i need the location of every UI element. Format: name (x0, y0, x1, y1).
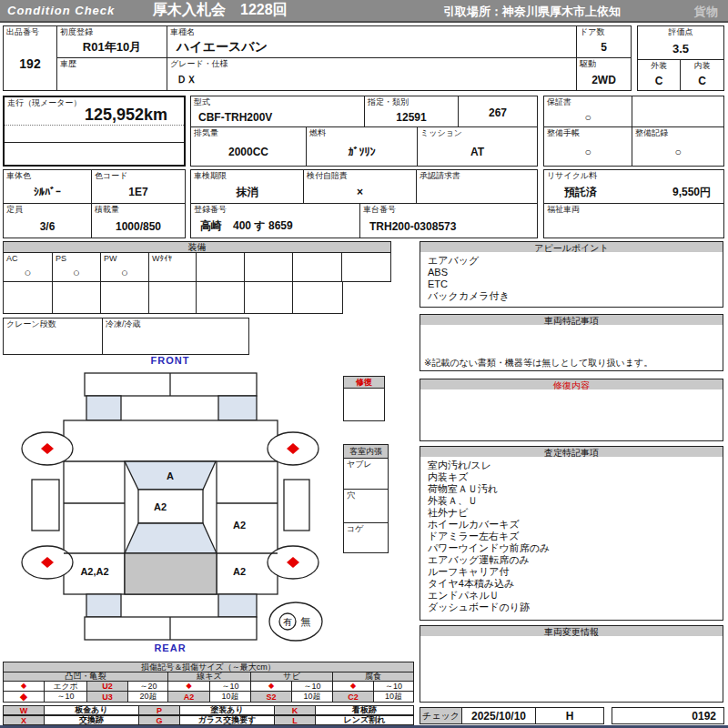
cabin-lining-tear-cell: ヤブレ (343, 458, 389, 490)
service-book-cell: 整備手帳 ○ (543, 126, 632, 167)
registration-number-value: 高崎 400 す 8659 (191, 215, 359, 238)
legend-corr-r2-size: 10超 (373, 691, 414, 703)
lot-number-label: 出品番号 (4, 26, 56, 37)
equipment-ps-label: PS (53, 253, 100, 264)
class-number2-cell: 267 (458, 96, 538, 127)
mileage-empty-row (5, 126, 184, 143)
equipment-wtire-value (149, 264, 196, 281)
service-record-value: ○ (632, 138, 723, 166)
header-bar: Condition Check 厚木入札会 1228回 引取場所：神奈川県厚木市… (0, 0, 728, 23)
repair-code-x: X (3, 715, 45, 725)
capacity-cell: 定員 3/6 (3, 203, 92, 238)
insurance-cell: 検付自賠責 × (303, 169, 417, 204)
model-code-label: 型式 (191, 96, 364, 107)
approval-label: 承認請求書 (417, 170, 537, 181)
class-number-label: 指定・類別 (365, 96, 458, 107)
legend-dent-r2-code: U3 (86, 691, 128, 703)
score-label: 評価点 (638, 26, 723, 37)
right-side-step (284, 480, 309, 531)
service-book-value: ○ (544, 138, 632, 166)
change-info-body (420, 636, 723, 703)
chassis-number-cell: 車台番号 TRH200-0308573 (359, 203, 538, 238)
rear-left-mark: A2,A2 (80, 566, 108, 577)
equipment-ps-value: ○ (53, 264, 100, 281)
equipment-cell-wtire: Wﾀｲﾔ (148, 252, 197, 282)
load-capacity-value: 1000/850 (92, 215, 185, 238)
front-right-pillar (218, 396, 257, 420)
transmission-cell: ミッション AT (417, 126, 538, 167)
model-label: 車種名 (167, 26, 576, 37)
cabin-lining-title: 客室内張 (343, 444, 389, 459)
recycle-fee-cell: リサイクル料 預託済 9,550円 (543, 169, 724, 204)
capacity-value: 3/6 (4, 215, 91, 238)
brand-logo: Condition Check (7, 4, 115, 17)
equipment-cell-empty (100, 281, 149, 314)
grade-cell: グレード・仕様 ＤＸ (167, 57, 577, 91)
cabin-lining-burn-cell: コゲ (343, 522, 389, 553)
repair-code-l-label: レンズ割れ (315, 715, 414, 725)
repair-code-k: K (274, 705, 316, 715)
transmission-value: AT (418, 138, 537, 166)
equipment-cell-empty (3, 281, 53, 314)
equipment-cell-empty (196, 252, 245, 282)
history-value (57, 69, 167, 90)
repair-content-body (420, 389, 723, 441)
recycle-fee-label: リサイクル料 (544, 170, 723, 181)
damage-diamond-icon: ◆ (350, 682, 356, 690)
cabin-lining-hole-label: 穴 (344, 490, 388, 500)
lot-number-value: 192 (4, 37, 56, 90)
equipment-cell-pw: PW ○ (100, 252, 149, 282)
approval-cell: 承認請求書 (416, 169, 538, 204)
damage-diamond-icon: ◆ (20, 692, 27, 702)
approval-value (417, 181, 537, 203)
fridge-label: 冷凍/冷蔵 (103, 318, 248, 329)
warranty-value: ○ (544, 107, 632, 126)
welfare-label: 福祉車両 (544, 204, 723, 215)
repair-code-k-label: 看板跡 (315, 705, 414, 715)
rear-right-mark: A2 (233, 566, 246, 577)
roof-panel (138, 490, 203, 523)
color-code-value: 1E7 (92, 181, 185, 203)
score-value: 3.5 (638, 37, 723, 59)
interior-grade-value: C (681, 71, 723, 90)
appeal-list: エアバッグ ABS ETC バックカメラ付き (420, 252, 723, 308)
interior-grade-label: 内装 (681, 60, 723, 71)
legend-scratch-r2-size: 10超 (209, 691, 251, 703)
roof-mark: A2 (154, 501, 167, 512)
damage-diamond-icon: ◆ (268, 682, 274, 690)
equipment-wtire-label: Wﾀｲﾔ (149, 253, 196, 264)
transmission-label: ミッション (418, 127, 537, 138)
first-registration-label: 初度登録 (57, 26, 167, 37)
equipment-cell-empty (148, 281, 197, 314)
rear-label: REAR (97, 642, 243, 653)
first-registration-cell: 初度登録 R01年10月 (56, 25, 167, 58)
registration-number-cell: 登録番号 高崎 400 す 8659 (190, 203, 360, 238)
repair-code-g: G (138, 715, 180, 725)
damage-diamond-icon: ◆ (186, 682, 191, 690)
check-inspector: H (535, 707, 604, 724)
displacement-value: 2000CC (191, 138, 306, 166)
displacement-label: 排気量 (191, 127, 306, 138)
insurance-value: × (304, 181, 416, 203)
color-code-cell: 色コード 1E7 (91, 169, 186, 204)
equipment-pw-label: PW (101, 253, 148, 264)
welfare-cell: 福祉車両 (543, 203, 724, 238)
model-code-value: CBF-TRH200V (191, 107, 364, 126)
left-side-step (32, 480, 59, 531)
class-number2-value: 267 (459, 98, 537, 126)
cabin-lining-tear-label: ヤブレ (344, 459, 388, 470)
category-badge: 貨物 (694, 4, 718, 20)
presence-no-label: 無 (301, 616, 311, 627)
cabin-lining-hole-cell: 穴 (343, 489, 389, 523)
pickup-location: 引取場所：神奈川県厚木市上依知 (443, 4, 621, 20)
exterior-grade-label: 外装 (638, 60, 680, 71)
rear-left-pillar (86, 594, 121, 617)
service-record-label: 整備記録 (632, 127, 723, 138)
right-side-mark: A2 (233, 520, 246, 531)
fridge-cell: 冷凍/冷蔵 (102, 318, 249, 355)
inspection-cell: 車検期限 抹消 (190, 169, 304, 204)
body-color-cell: 車体色 ｼﾙﾊﾞｰ (3, 169, 92, 204)
service-record-cell: 整備記録 ○ (632, 126, 724, 167)
legend-scratch-r2-code: A2 (167, 691, 210, 703)
vehicle-notes-disclaimer: ※記載のない書類・機器等は無しとして取り扱います。 (424, 357, 652, 369)
